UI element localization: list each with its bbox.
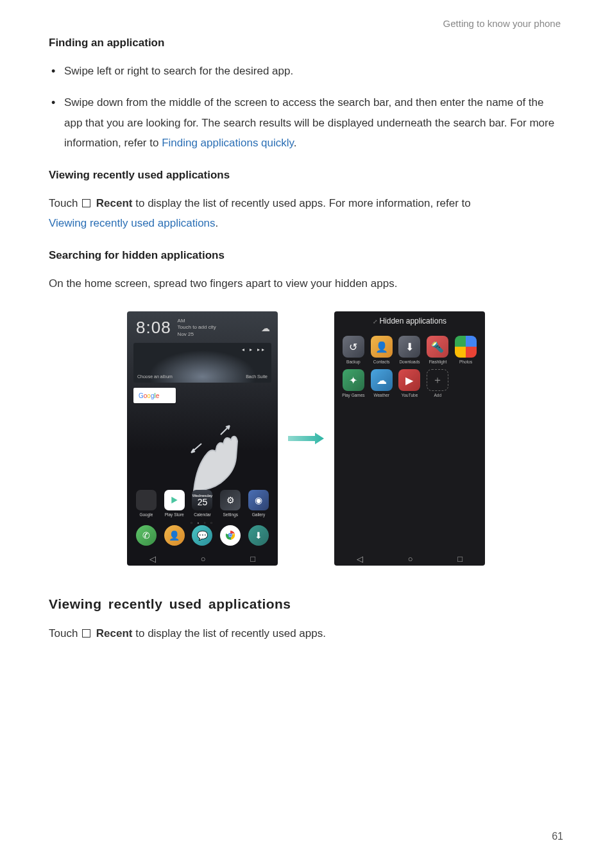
music-widget: ◂ ▸ ▸▸ Choose an album Bach Suite: [133, 343, 271, 383]
link-finding-quickly[interactable]: Finding applications quickly: [162, 137, 294, 149]
section-heading-finding-app: Finding an application: [49, 37, 563, 49]
hidden-app-contacts: 👤Contacts: [369, 336, 395, 364]
hidden-app-youtube: ▶YouTube: [397, 369, 423, 397]
hidden-apps-grid: ↺Backup 👤Contacts ⬇Downloads 🔦Flashlight…: [334, 333, 485, 400]
nav-bar: ◁○□: [127, 551, 278, 566]
hidden-app-backup: ↺Backup: [341, 336, 366, 364]
nav-recent-icon: □: [250, 554, 255, 564]
section-heading-viewing-recent: Viewing recently used applications: [49, 169, 563, 182]
phone-hidden-apps: Hidden applications ↺Backup 👤Contacts ⬇D…: [334, 311, 485, 566]
recent-icon: [82, 629, 90, 638]
clock-date: Nov 25: [178, 331, 216, 338]
link-viewing-recent[interactable]: Viewing recently used applications: [49, 217, 216, 229]
recent-label: Recent: [96, 627, 133, 639]
paragraph-recent-2: Touch Recent to display the list of rece…: [49, 623, 563, 643]
nav-back-icon: ◁: [149, 554, 156, 564]
text-pre: Touch: [49, 197, 81, 209]
dock-phone: ✆: [135, 525, 158, 548]
bullet-list: Swipe left or right to search for the de…: [49, 61, 563, 153]
phone-home-screen: 8:08 AM Touch to add city Nov 25 ☁ ◂ ▸ ▸…: [127, 311, 278, 566]
clock-ampm: AM: [178, 318, 216, 324]
bullet-item: Swipe down from the middle of the screen…: [64, 92, 563, 153]
bullet-item: Swipe left or right to search for the de…: [64, 61, 563, 81]
dock-row: ✆ 👤 💬 ⬇: [127, 525, 278, 548]
nav-recent-icon: □: [457, 554, 463, 564]
hidden-app-add: ＋Add: [425, 369, 450, 397]
album-left: Choose an album: [137, 374, 173, 379]
nav-home-icon: ○: [408, 554, 413, 564]
clock-time: 8:08: [136, 318, 171, 338]
text-post: to display the list of recently used app…: [133, 197, 471, 209]
clock-meta: AM Touch to add city Nov 25: [178, 318, 216, 338]
app-calendar: Wednesday25Calendar: [191, 490, 214, 517]
text-pre: Touch: [49, 627, 81, 639]
hidden-apps-title: Hidden applications: [334, 311, 485, 333]
nav-back-icon: ◁: [357, 554, 363, 564]
dock-downloads: ⬇: [247, 525, 270, 548]
app-play-store: Play Store: [163, 490, 186, 517]
recent-icon: [82, 199, 90, 207]
page-number: 61: [552, 831, 563, 842]
app-gallery: ◉Gallery: [247, 490, 270, 517]
section-heading-hidden: Searching for hidden applications: [49, 249, 563, 262]
hidden-app-flashlight: 🔦Flashlight: [425, 336, 450, 364]
pinch-out-gesture-icon: [189, 421, 246, 498]
hidden-app-weather: ☁Weather: [369, 369, 395, 397]
dock-messaging: 💬: [191, 525, 214, 548]
app-google-folder: Google: [135, 490, 158, 517]
h2-viewing-recent: Viewing recently used applications: [49, 596, 563, 612]
hidden-app-photos: Photos: [453, 336, 479, 364]
app-settings: ⚙Settings: [219, 490, 242, 517]
google-folder: Google: [133, 388, 176, 403]
svg-point-4: [229, 534, 232, 537]
text-post: to display the list of recently used app…: [133, 627, 326, 639]
nav-home-icon: ○: [201, 554, 206, 564]
album-right: Bach Suite: [246, 374, 268, 379]
dock-contacts: 👤: [163, 525, 186, 548]
nav-bar: ◁○□: [334, 551, 485, 566]
hidden-app-play-games: ✦Play Games: [341, 369, 366, 397]
paragraph-recent: Touch Recent to display the list of rece…: [49, 193, 563, 234]
music-controls: ◂ ▸ ▸▸: [242, 347, 266, 352]
running-header: Getting to know your phone: [49, 18, 563, 29]
hidden-app-downloads: ⬇Downloads: [397, 336, 423, 364]
page-indicator: ○ ● ○ ○: [127, 521, 278, 525]
clock-widget: 8:08 AM Touch to add city Nov 25 ☁: [127, 311, 278, 340]
period: .: [294, 137, 297, 149]
bullet-text: Swipe down from the middle of the screen…: [64, 96, 554, 149]
weather-icon: ☁: [261, 323, 270, 333]
arrow-icon: [288, 432, 324, 445]
clock-add-city: Touch to add city: [178, 324, 216, 331]
recent-label: Recent: [96, 197, 133, 209]
paragraph-hidden: On the home screen, spread two fingers a…: [49, 273, 563, 293]
figure-hidden-apps: 8:08 AM Touch to add city Nov 25 ☁ ◂ ▸ ▸…: [49, 311, 563, 566]
app-row: Google Play Store Wednesday25Calendar ⚙S…: [127, 490, 278, 517]
dock-chrome: [219, 525, 242, 548]
period: .: [216, 217, 219, 229]
